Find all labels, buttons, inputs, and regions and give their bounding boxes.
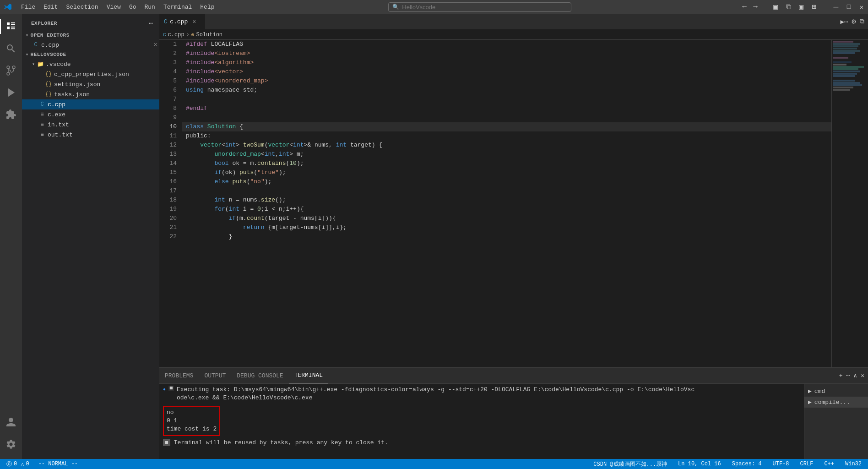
tree-c-cpp-properties[interactable]: {} c_cpp_properties.json [22,69,159,79]
tree-c-cpp[interactable]: C c.cpp [22,99,159,109]
status-bar-left: ⓪ 0 △ 0 -- NORMAL -- [4,459,81,469]
tab-terminal[interactable]: TERMINAL [289,368,328,383]
add-terminal-icon[interactable]: + [839,372,843,379]
breadcrumb-file[interactable]: c.cpp [168,32,184,38]
code-line-12: vector<int> twoSum(vector<int>& nums, in… [182,141,831,150]
terminal-main[interactable]: ● ■ Executing task: D:\msys64\mingw64\bi… [159,384,804,459]
open-editor-item-ccpp[interactable]: C c.cpp × [22,40,159,50]
tab-debug-console[interactable]: DEBUG CONSOLE [231,368,288,383]
status-line-ending[interactable]: CRLF [797,459,816,469]
tree-out-txt[interactable]: ≡ out.txt [22,130,159,140]
tree-tasks-json[interactable]: {} tasks.json [22,89,159,99]
task-text: Executing task: D:\msys64\mingw64\bin\g+… [177,386,694,394]
editor-toolbar-settings[interactable]: ⚙ [852,17,856,26]
menu-file[interactable]: File [17,3,39,11]
ln-3: 3 [159,58,177,67]
editor-area: C c.cpp × ▶⋯ ⚙ ⧉ C c.cpp › ⊕ Solution 1 [159,14,868,459]
error-icon: ⓪ [6,460,12,468]
menu-selection[interactable]: Selection [62,3,102,11]
activity-run-debug[interactable] [0,82,22,104]
open-editor-ccpp-label: c.cpp [41,42,59,49]
ln-18: 18 [159,196,177,205]
status-language[interactable]: C++ [821,459,837,469]
tree-settings-json[interactable]: {} settings.json [22,79,159,89]
more-terminal-icon[interactable]: ⋯ [846,372,850,379]
warning-count: 0 [26,461,29,467]
cpp-file-icon: C [32,42,39,48]
sidebar-icon[interactable]: ▣ [798,4,804,10]
tab-output[interactable]: OUTPUT [199,368,231,383]
titlebar-search-input[interactable] [402,4,475,11]
sidebar-header-icons: ⋯ [148,18,154,28]
status-spaces[interactable]: Spaces: 4 [729,459,765,469]
extensions-icon [5,109,16,120]
menu-help[interactable]: Help [196,3,218,11]
menu-go[interactable]: Go [125,3,140,11]
status-user-info: CSDN @成绩画图不如...原神 [591,459,670,469]
code-area[interactable]: #ifdef LOCALFLAG #include<iostream> #inc… [182,40,831,367]
activity-extensions[interactable] [0,104,22,125]
status-platform[interactable]: Win32 [842,459,864,469]
close-editor-icon[interactable]: × [154,41,157,49]
section-hellovscode[interactable]: ▾ HELLOVSCODE [22,50,159,59]
task-bullet: ● [163,386,166,394]
chevron-down-icon: ▾ [26,33,29,38]
activity-source-control[interactable] [0,60,22,82]
section-open-editors[interactable]: ▾ OPEN EDITORS [22,31,159,40]
editor-toolbar-layout[interactable]: ⧉ [860,18,864,25]
tab-ccpp[interactable]: C c.cpp × [159,14,205,29]
titlebar-controls: ← → ▣ ⧉ ▣ ⊞ — □ ✕ [742,4,864,10]
status-position[interactable]: Ln 10, Col 16 [675,459,724,469]
file-tree: ▾ OPEN EDITORS C c.cpp × ▾ HELLOVSCODE ▾… [22,31,159,459]
breadcrumb-class[interactable]: Solution [196,32,222,38]
activity-account[interactable] [0,411,22,433]
terminal-instance-cmd[interactable]: ▶ cmd [804,386,868,397]
ln-7: 7 [159,95,177,104]
open-editors-label: OPEN EDITORS [31,33,70,38]
close-button[interactable]: ✕ [859,4,864,10]
status-errors[interactable]: ⓪ 0 △ 0 [4,459,32,469]
activity-search[interactable] [0,38,22,60]
main-layout: EXPLORER ⋯ ▾ OPEN EDITORS C c.cpp × ▾ HE… [0,14,868,459]
sidebar-title: EXPLORER [31,21,57,26]
ln-13: 13 [159,150,177,159]
activity-settings[interactable] [0,433,22,455]
menu-terminal[interactable]: Terminal [160,3,195,11]
nav-back-button[interactable]: ← [742,4,747,10]
minimap [831,40,868,367]
c-cpp-properties-label: c_cpp_properties.json [54,71,129,78]
code-line-7 [182,95,831,104]
status-encoding[interactable]: UTF-8 [770,459,792,469]
json-icon: {} [45,71,52,77]
maximize-panel-icon[interactable]: ∧ [853,372,857,379]
tab-close-button[interactable]: × [190,18,198,26]
split-icon[interactable]: ⧉ [786,4,791,10]
minimize-button[interactable]: — [833,4,839,10]
ln-20: 20 [159,214,177,223]
tree-c-exe[interactable]: ≡ c.exe [22,109,159,120]
layout-icon[interactable]: ▣ [773,4,778,10]
terminal-instance-compile[interactable]: ▶ compile... [804,397,868,408]
code-line-19: for(int i = 0;i < n;i++){ [182,205,831,214]
code-line-10: class Solution { [182,122,831,131]
maximize-button[interactable]: □ [846,4,852,10]
tab-problems[interactable]: PROBLEMS [159,368,199,383]
close-panel-icon[interactable]: ✕ [861,372,864,379]
grid-icon[interactable]: ⊞ [811,4,817,10]
menu-view[interactable]: View [103,3,125,11]
position-text: Ln 10, Col 16 [678,461,721,467]
tree-in-txt[interactable]: ≡ in.txt [22,120,159,130]
search-icon: 🔍 [392,4,399,11]
user-info-text: CSDN @成绩画图不如...原神 [593,460,667,468]
editor-body: 1 2 3 4 5 6 7 8 9 10 11 12 13 14 15 16 1 [159,40,868,459]
menu-edit[interactable]: Edit [40,3,61,11]
nav-forward-button[interactable]: → [753,4,758,10]
menu-run[interactable]: Run [141,3,158,11]
tree-vscode-folder[interactable]: ▾ 📁 .vscode [22,59,159,69]
titlebar-left: File Edit Selection View Go Run Terminal… [4,3,218,11]
mode-label: -- NORMAL -- [38,461,78,467]
editor-toolbar-run[interactable]: ▶⋯ [841,18,848,26]
new-file-icon[interactable]: ⋯ [148,18,154,28]
activity-explorer[interactable] [0,16,22,38]
ln-21: 21 [159,223,177,232]
